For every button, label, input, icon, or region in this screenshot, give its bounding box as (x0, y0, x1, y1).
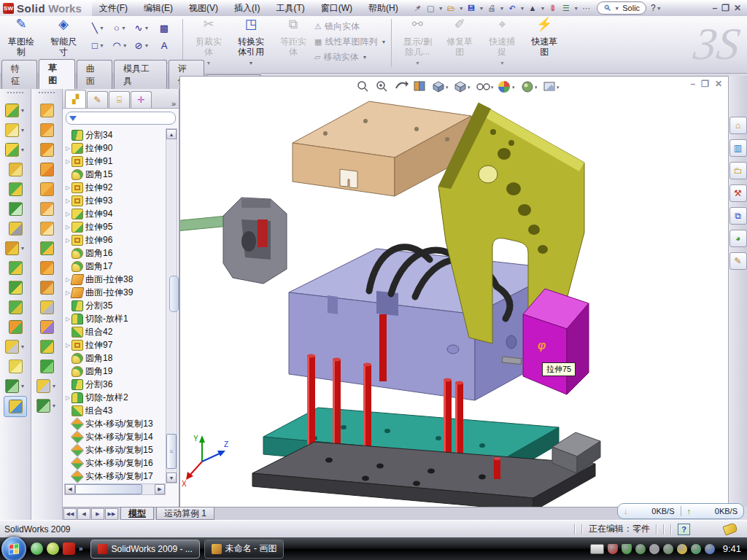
reference-geometry-icon[interactable] (4, 357, 26, 376)
expand-arrow-icon[interactable]: ▷ (64, 198, 71, 204)
options-list-icon[interactable]: ☰ (560, 2, 572, 15)
ellipse-icon-dropdown[interactable]: ▼ (144, 43, 149, 48)
appearances-icon[interactable]: ◕ (729, 230, 747, 247)
design-library-icon[interactable]: ▥ (729, 139, 747, 157)
tab-scroll-first-button[interactable]: ◀◀ (63, 508, 77, 520)
scroll-right-button[interactable]: ▶ (155, 484, 165, 494)
heads-up-view-toolbar[interactable]: ▾ ▾ ▾ ▾ ▾ ▾ (358, 81, 560, 93)
revolved-surface-icon[interactable] (36, 120, 58, 140)
tree-item[interactable]: ▷拉伸91 (64, 155, 166, 168)
model-3d-view[interactable]: φ (180, 77, 729, 508)
traffic-light-icon[interactable]: 🚦︎ (546, 2, 559, 15)
app-restore-button[interactable]: ❐ (721, 3, 729, 13)
save-icon[interactable]: 💾︎ (465, 2, 478, 15)
surface-curve-icon-dropdown[interactable]: ▼ (52, 403, 57, 408)
part-guide-rod[interactable] (180, 216, 228, 232)
extruded-cut-icon[interactable]: ▼ (4, 120, 26, 140)
start-button[interactable] (1, 537, 26, 560)
expand-arrow-icon[interactable]: ▷ (64, 158, 71, 165)
search-dropdown-icon[interactable]: ▼ (614, 6, 619, 11)
open-icon-dropdown[interactable]: ▼ (459, 6, 464, 11)
undo-icon[interactable]: ↶ (506, 2, 518, 15)
part-slide-block[interactable]: φ (523, 289, 589, 394)
scroll-down-button[interactable]: ▼ (166, 472, 177, 483)
surface-point-icon-dropdown[interactable]: ▼ (52, 384, 57, 389)
tree-item[interactable]: ▷拉伸95 (64, 220, 166, 233)
tree-item[interactable]: 圆角16 (64, 246, 166, 260)
tab-scroll-right-button[interactable]: ▶ (91, 508, 104, 520)
linear-pattern-icon-dropdown[interactable]: ▼ (20, 246, 26, 251)
tab-scroll-left-button[interactable]: ◀ (77, 508, 90, 520)
tree-item[interactable]: ▷曲面-拉伸39 (64, 286, 166, 299)
new-document-icon-dropdown[interactable]: ▼ (438, 6, 444, 11)
expand-arrow-icon[interactable]: ▷ (64, 211, 71, 217)
rotate-view-icon[interactable] (396, 81, 409, 88)
propertymanager-tab[interactable]: ✎ (87, 91, 108, 108)
launcher-green-icon[interactable] (31, 542, 43, 555)
knit-surface-icon[interactable] (36, 238, 58, 258)
rapid-sketch-button[interactable]: ⚡快速草 图 (523, 18, 565, 70)
circle-icon-dropdown[interactable]: ▼ (121, 26, 126, 31)
menu-item-0[interactable]: 文件(F) (92, 1, 135, 16)
ellipse-icon[interactable]: ⊘▼ (131, 36, 153, 54)
apply-scene-icon[interactable]: ▾ (498, 81, 515, 93)
planar-surface-icon[interactable] (36, 219, 58, 238)
hide-show-items-icon[interactable]: ▾ (477, 84, 494, 90)
fillet-icon[interactable]: ▼ (4, 140, 26, 160)
menu-item-2[interactable]: 视图(V) (182, 1, 225, 16)
fillet-surface-icon[interactable] (36, 337, 58, 357)
tab-模型[interactable]: 模型 (120, 507, 154, 520)
menu-item-3[interactable]: 插入(I) (227, 1, 267, 16)
thicken-icon[interactable] (36, 258, 58, 278)
hscroll-thumb[interactable] (75, 484, 142, 494)
swept-surface-icon[interactable] (36, 101, 58, 120)
tab-scroll-last-button[interactable]: ▶▶ (105, 508, 118, 520)
tree-item[interactable]: ▷曲面-拉伸38 (64, 273, 166, 286)
tree-item[interactable]: ▷拉伸90 (64, 141, 166, 155)
quick-tips-icon[interactable]: ? (678, 524, 690, 535)
tree-horizontal-scrollbar[interactable]: ◀ ▶ (64, 483, 166, 495)
featuremanager-tab[interactable]: ▞ (65, 90, 86, 108)
launcher-lime-icon[interactable] (47, 542, 59, 555)
surface-curve-icon[interactable]: ▼ (36, 396, 58, 416)
tree-item[interactable]: 圆角19 (64, 365, 166, 378)
search-value[interactable]: Solic (622, 4, 640, 12)
hole-wizard-icon[interactable] (4, 219, 26, 238)
expand-arrow-icon[interactable]: ▷ (64, 184, 71, 191)
security-shield-icon[interactable] (622, 544, 632, 554)
update-icon[interactable] (635, 544, 646, 554)
tree-item[interactable]: ▷拉伸94 (64, 207, 166, 220)
tab-草图[interactable]: 草图 (39, 59, 74, 90)
scroll-left-button[interactable]: ◀ (65, 484, 75, 494)
view-orientation-icon[interactable]: ▾ (433, 82, 449, 92)
arc-icon[interactable]: ◠▼ (109, 36, 131, 54)
search-box[interactable]: 🔍︎ ▼ Solic (597, 1, 646, 15)
tree-item[interactable]: 实体-移动/复制15 (64, 443, 166, 456)
surface-point-icon[interactable]: ▼ (36, 376, 58, 396)
scroll-thumb[interactable]: ≡ (166, 434, 177, 469)
tree-item[interactable]: 圆角18 (64, 351, 166, 365)
expand-arrow-icon[interactable]: ▷ (64, 145, 71, 152)
expand-arrow-icon[interactable]: ▷ (64, 224, 71, 230)
app-minimize-button[interactable]: – (712, 3, 717, 13)
doc-minimize-button[interactable]: – (690, 79, 695, 89)
reference-point-icon[interactable]: ▼ (4, 337, 26, 357)
part-clamp-unit[interactable] (180, 198, 287, 284)
sketch-text-icon[interactable]: A (153, 36, 175, 54)
toolbar-grip[interactable] (7, 92, 23, 98)
warning-icon[interactable] (677, 544, 687, 554)
scroll-up-button[interactable]: ▲ (166, 129, 177, 139)
usb-icon[interactable] (663, 544, 673, 554)
extruded-cut-icon-dropdown[interactable]: ▼ (20, 128, 26, 133)
lofted-surface-icon[interactable] (36, 160, 58, 179)
volume-icon[interactable] (649, 544, 659, 554)
undo-icon-dropdown[interactable]: ▼ (519, 6, 525, 11)
tree-item[interactable]: 实体-移动/复制17 (64, 470, 166, 483)
doc-restore-button[interactable]: ❐ (701, 79, 709, 89)
draft-icon[interactable] (4, 199, 26, 219)
taskbar-button-paint[interactable]: 未命名 - 画图 (204, 540, 285, 559)
instant3d-icon[interactable] (4, 396, 27, 417)
view-palette-icon[interactable]: ⧉ (729, 207, 747, 225)
tab-特征[interactable]: 特征 (1, 60, 37, 89)
section-view-icon[interactable] (414, 82, 425, 90)
